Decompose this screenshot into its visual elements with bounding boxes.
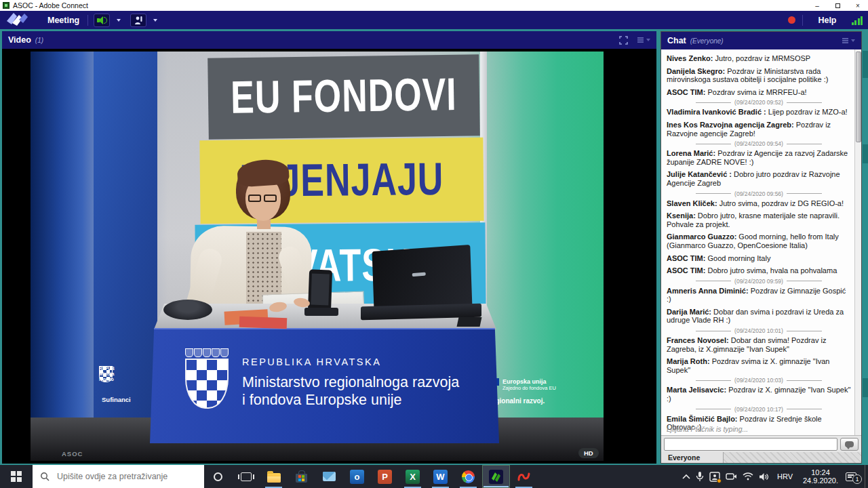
stream-watermark: ASOC [62, 450, 83, 458]
chat-input[interactable] [664, 438, 837, 451]
chat-bubble-icon [845, 441, 854, 447]
notification-count-badge: 1 [852, 474, 862, 484]
adobe-connect-icon [489, 470, 503, 484]
speaker-button[interactable] [94, 14, 110, 27]
chat-message: Marta Jelisavcic: Pozdrav iz X. gimnazij… [667, 386, 851, 403]
taskbar-file-explorer[interactable] [260, 465, 288, 488]
pod-edge-notch [863, 144, 868, 163]
search-input[interactable] [56, 471, 197, 482]
chat-message: Vladimira Ivanković Bradić : Lijep pozdr… [667, 108, 851, 117]
raise-hand-button[interactable] [130, 14, 146, 27]
chat-message: Marija Roth: Pozdrav svima iz X. gimnazi… [667, 357, 851, 374]
chat-pod-menu-icon[interactable] [842, 38, 855, 43]
mail-icon [323, 472, 336, 481]
volume-icon[interactable] [759, 472, 769, 481]
send-message-button[interactable] [840, 438, 859, 451]
tab-everyone[interactable]: Everyone [661, 452, 724, 463]
camera-device-icon[interactable] [726, 472, 737, 481]
chat-message: Gianmarco Guazzo: Good morning, hello fr… [667, 232, 851, 249]
menu-help[interactable]: Help [810, 16, 844, 25]
adobe-connect-logo-icon [5, 12, 33, 28]
chat-message: Slaven Kliček: Jutro svima, pozdrav iz D… [667, 199, 851, 208]
meet-now-people-icon[interactable] [709, 472, 720, 482]
notification-dot [717, 479, 722, 483]
title-bar: ASOC - Adobe Connect – × [0, 0, 868, 11]
chat-scrollbar[interactable] [854, 49, 861, 435]
taskbar-excel[interactable]: X [399, 465, 427, 488]
speaker-dropdown-caret[interactable] [117, 19, 121, 22]
chat-input-row [661, 435, 861, 452]
excel-icon: X [406, 470, 420, 484]
microsoft-store-icon [296, 474, 307, 483]
chat-pod-title: Chat [667, 36, 686, 45]
taskbar-cortana[interactable] [204, 465, 232, 488]
taskbar-adobe-connect-active[interactable] [482, 465, 510, 488]
chat-timestamp-divider: (09/24/2020 10:17) [667, 406, 851, 413]
chat-pod: Chat (Everyone) Nives Zenko: Jutro, pozd… [660, 31, 862, 464]
recording-indicator-icon [788, 16, 795, 24]
taskbar-word[interactable]: W [427, 465, 454, 488]
chat-message: ASOC TIM: Good morning Italy [667, 254, 851, 263]
chat-timestamp-divider: (09/24/2020 09:56) [667, 190, 851, 197]
video-pod-header: Video (1) [2, 31, 656, 49]
task-view-icon [241, 472, 252, 481]
eu-funding-logos: Europska unija Zajedno do fondova EU reg… [489, 378, 556, 405]
restore-button[interactable] [827, 0, 848, 11]
chat-timestamp-divider: (09/24/2020 09:59) [667, 278, 851, 285]
pod-edge-notch [863, 378, 868, 397]
minimize-button[interactable]: – [807, 0, 827, 11]
taskbar-store[interactable] [288, 465, 315, 488]
chat-message: Darija Marić: Dobar dan svima i pozdravi… [667, 308, 851, 325]
taskbar-task-view[interactable] [232, 465, 260, 488]
phone-on-stand [308, 269, 332, 313]
menu-separator [87, 15, 88, 26]
chat-message: Amneris Anna Diminić: Pozdrav iz Gimnazi… [667, 287, 851, 304]
chat-message: Ines Kos Razvojna agencija Zagreb: Pozdr… [667, 121, 851, 138]
show-desktop-button[interactable] [865, 465, 868, 488]
taskbar-clock[interactable]: 10:24 24.9.2020. [801, 468, 840, 485]
tray-expand-chevron-icon[interactable] [682, 474, 690, 479]
chat-message: Danijela Skegro: Pozdrav iz Ministarstva… [667, 67, 851, 84]
chat-scope: (Everyone) [690, 37, 724, 45]
left-banner-caption: Sufinanci [102, 396, 131, 403]
action-center-button[interactable]: 1 [846, 472, 862, 481]
croatia-coat-of-arms-icon [180, 348, 234, 419]
taskbar-powerpoint[interactable]: P [371, 465, 399, 488]
chat-timestamp-divider: (09/24/2020 10:03) [667, 377, 851, 384]
taskbar-search[interactable] [33, 465, 204, 488]
windows-logo-icon [11, 471, 22, 482]
language-indicator[interactable]: HRV [774, 472, 795, 481]
taskbar-mail[interactable] [315, 465, 343, 488]
video-pod-menu-icon[interactable] [637, 37, 650, 43]
video-participant-count: (1) [35, 37, 43, 44]
taskbar-outlook[interactable]: o [343, 465, 371, 488]
file-explorer-icon [267, 473, 281, 483]
chat-pod-header: Chat (Everyone) [661, 32, 861, 49]
start-button[interactable] [0, 465, 33, 488]
chat-message: Frances Novosel: Dobar dan svima! Pozdra… [667, 336, 851, 353]
taskbar-chrome[interactable] [454, 465, 482, 488]
croatia-coat-of-arms-small-icon [99, 366, 113, 382]
video-pod-title: Video [8, 35, 31, 45]
menu-bar: Meeting Help [0, 11, 868, 29]
chat-messages[interactable]: Nives Zenko: Jutro, pozdrav iz MRMSOSPDa… [661, 49, 854, 435]
desk-caption: REPUBLIKA HRVATSKA Ministarstvo regional… [242, 357, 459, 409]
hd-quality-badge[interactable]: HD [578, 448, 599, 458]
chat-message: ASOC TIM: Dobro jutro svima, hvala na po… [667, 266, 851, 275]
microphone-icon[interactable] [696, 471, 704, 482]
connection-signal-icon[interactable] [852, 16, 863, 25]
taskbar-acrobat[interactable] [510, 465, 538, 488]
chat-tab-row: Everyone [661, 452, 861, 463]
system-tray: HRV 10:24 24.9.2020. 1 [679, 465, 865, 488]
chrome-icon [462, 470, 475, 483]
menu-meeting[interactable]: Meeting [39, 11, 87, 29]
outlook-icon: o [350, 470, 364, 484]
wifi-icon[interactable] [743, 472, 753, 481]
close-button[interactable]: × [848, 0, 868, 11]
speaker-icon [97, 16, 106, 24]
fullscreen-icon[interactable] [619, 36, 628, 45]
chat-scrollbar-thumb[interactable] [856, 52, 861, 142]
raise-hand-dropdown-caret[interactable] [153, 19, 157, 22]
speaker-glasses [248, 195, 277, 202]
typing-indicator: Ljiljana Ptačnik is typing... [667, 425, 748, 433]
